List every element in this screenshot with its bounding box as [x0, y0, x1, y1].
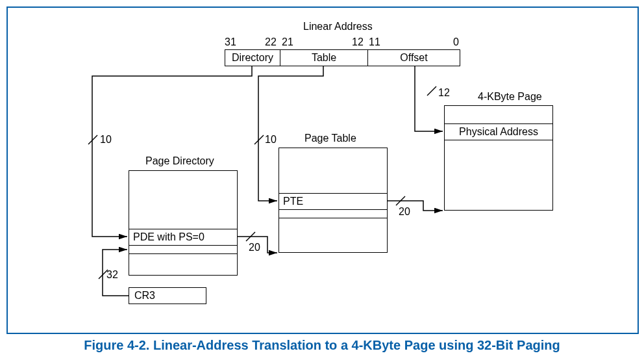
svg-line-2 [99, 270, 108, 279]
diagram-frame: Linear Address 31 22 21 12 11 0 Director… [6, 6, 639, 334]
arrows-svg [8, 8, 638, 333]
svg-line-1 [254, 135, 264, 144]
svg-line-0 [88, 135, 97, 144]
figure-caption: Figure 4-2. Linear-Address Translation t… [6, 338, 638, 353]
